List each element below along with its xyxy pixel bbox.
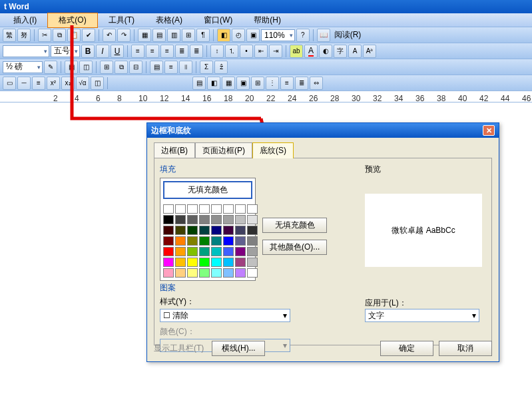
apply-to-combo[interactable]: 文字▾ [365, 309, 479, 322]
align-left-icon[interactable]: ≡ [131, 45, 144, 58]
color-swatch[interactable] [199, 215, 210, 224]
tab-shading[interactable]: 底纹(S) [252, 142, 294, 158]
color-swatch[interactable] [247, 236, 258, 246]
toolbar-button[interactable]: ▤ [192, 77, 206, 90]
enclose-icon[interactable]: A [348, 45, 362, 58]
font-size-combo[interactable]: 五号 [51, 45, 80, 57]
color-swatch[interactable] [199, 236, 210, 246]
toolbar-button[interactable]: ▦ [222, 77, 235, 90]
fill-color-icon[interactable]: ◫ [91, 77, 104, 90]
tab-borders[interactable]: 边框(B) [154, 142, 195, 158]
sqrt-icon[interactable]: √α [76, 77, 89, 90]
color-swatch[interactable] [235, 247, 246, 256]
dialog-title-bar[interactable]: 边框和底纹 ✕ [147, 123, 499, 138]
color-swatch[interactable] [199, 258, 210, 267]
align-cell-icon[interactable]: ▤ [150, 61, 163, 74]
border-icon[interactable]: ▦ [65, 61, 78, 74]
toolbar-button[interactable]: ◧ [217, 29, 230, 42]
superscript-icon[interactable]: x² [47, 77, 60, 90]
color-swatch[interactable] [247, 226, 258, 235]
show-toolbar-link[interactable]: 显示工具栏(T) [154, 343, 204, 354]
tab-page-borders[interactable]: 页面边框(P) [195, 142, 252, 158]
undo-icon[interactable]: ↶ [103, 29, 116, 42]
color-swatch[interactable] [175, 236, 186, 246]
color-swatch[interactable] [163, 236, 174, 246]
toolbar-button[interactable]: ▥ [167, 29, 180, 42]
color-swatch[interactable] [235, 226, 246, 235]
color-swatch[interactable] [163, 204, 174, 214]
toolbar-button[interactable]: ⊞ [182, 29, 195, 42]
color-swatch[interactable] [175, 247, 186, 256]
color-swatch[interactable] [187, 247, 198, 256]
read-label[interactable]: 阅读(R) [332, 29, 364, 41]
distribute-rows-icon[interactable]: ≡ [164, 61, 178, 74]
color-swatch[interactable] [235, 268, 246, 278]
toolbar-button[interactable]: ✔ [82, 29, 95, 42]
insert-table-icon[interactable]: ⊞ [100, 61, 113, 74]
superscript-icon[interactable]: Aᵃ [363, 45, 376, 58]
menu-item[interactable]: 表格(A) [145, 13, 193, 27]
help-icon[interactable]: ? [296, 29, 310, 42]
color-swatch[interactable] [175, 268, 186, 278]
color-swatch[interactable] [187, 258, 198, 267]
color-swatch[interactable] [175, 258, 186, 267]
color-swatch[interactable] [223, 268, 234, 278]
font-color-icon[interactable]: A [304, 45, 318, 58]
cut-icon[interactable]: ✂ [38, 29, 51, 42]
menu-item[interactable]: 插入(I) [3, 13, 47, 27]
color-swatch[interactable] [187, 226, 198, 235]
pen-color-icon[interactable]: ✎ [44, 61, 57, 74]
toolbar-button[interactable]: ≣ [295, 77, 308, 90]
split-cells-icon[interactable]: ⊟ [129, 61, 142, 74]
toolbar-button[interactable]: ⇔ [310, 77, 323, 90]
read-icon[interactable]: 📖 [317, 29, 330, 42]
toolbar-button[interactable]: ⋮ [266, 77, 279, 90]
color-swatch[interactable] [247, 258, 258, 267]
copy-icon[interactable]: ⧉ [53, 29, 66, 42]
color-swatch[interactable] [187, 215, 198, 224]
align-dist-icon[interactable]: ≣ [190, 45, 203, 58]
paste-icon[interactable]: 📋 [67, 29, 81, 42]
color-swatch[interactable] [223, 215, 234, 224]
menu-item[interactable]: 工具(T) [98, 13, 145, 27]
color-swatch[interactable] [211, 258, 222, 267]
color-swatch[interactable] [211, 215, 222, 224]
bullets-icon[interactable]: • [240, 45, 253, 58]
char-border-icon[interactable]: 字 [334, 45, 347, 58]
color-swatch[interactable] [163, 268, 174, 278]
color-swatch[interactable] [223, 236, 234, 246]
style-combo[interactable]: ☐ 清除▾ [160, 309, 290, 322]
color-swatch[interactable] [187, 268, 198, 278]
toolbar-button[interactable]: 繁 [3, 29, 16, 42]
color-swatch[interactable] [211, 268, 222, 278]
color-swatch[interactable] [199, 204, 210, 214]
color-swatch[interactable] [163, 215, 174, 224]
color-swatch[interactable] [175, 215, 186, 224]
bold-button[interactable]: B [81, 45, 95, 58]
other-colors-button[interactable]: 其他颜色(O)... [262, 240, 327, 255]
ok-button[interactable]: 确定 [380, 341, 433, 356]
color-swatch[interactable] [223, 226, 234, 235]
toolbar-button[interactable]: ▦ [138, 29, 151, 42]
toolbar-button[interactable]: ⊞ [251, 77, 264, 90]
color-swatch[interactable] [199, 247, 210, 256]
color-swatch[interactable] [247, 247, 258, 256]
color-swatch[interactable] [247, 204, 258, 214]
subscript-icon[interactable]: x₂ [61, 77, 75, 90]
toolbar-button[interactable]: 努 [17, 29, 31, 42]
toolbar-button[interactable]: ▣ [236, 77, 250, 90]
merge-cells-icon[interactable]: ⧉ [115, 61, 128, 74]
toolbar-button[interactable]: ▤ [152, 29, 166, 42]
color-swatch[interactable] [223, 247, 234, 256]
color-swatch[interactable] [187, 236, 198, 246]
char-shading-icon[interactable]: ◐ [319, 45, 332, 58]
color-swatch[interactable] [163, 247, 174, 256]
menu-item-format[interactable]: 格式(O) [47, 13, 97, 28]
color-swatch[interactable] [247, 268, 258, 278]
color-swatch[interactable] [199, 226, 210, 235]
line-spacing-icon[interactable]: ↕ [210, 45, 224, 58]
color-swatch[interactable] [223, 258, 234, 267]
color-swatch[interactable] [235, 204, 246, 214]
line-icon[interactable]: ─ [17, 77, 31, 90]
no-fill-selector[interactable]: 无填充颜色 [163, 181, 252, 199]
